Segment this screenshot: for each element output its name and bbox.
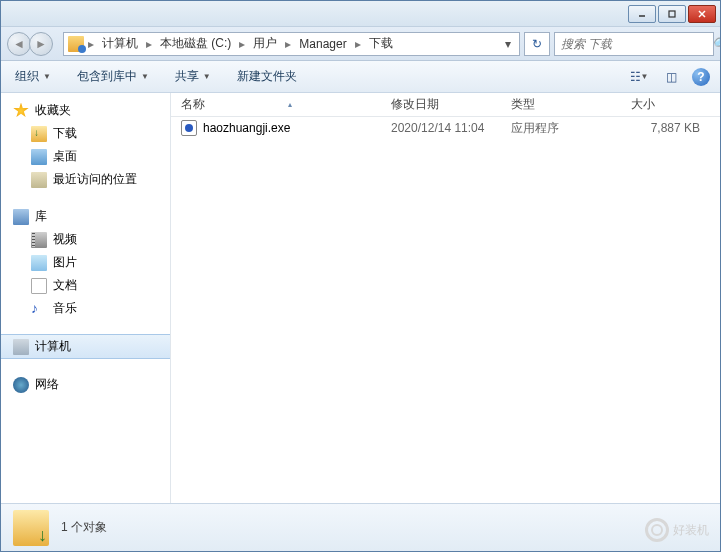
- desktop-icon: [31, 149, 47, 165]
- organize-label: 组织: [15, 68, 39, 85]
- column-type[interactable]: 类型: [501, 96, 621, 113]
- share-label: 共享: [175, 68, 199, 85]
- network-icon: [13, 377, 29, 393]
- document-icon: [31, 278, 47, 294]
- sidebar-item-music[interactable]: ♪音乐: [1, 297, 170, 320]
- address-dropdown[interactable]: ▾: [501, 37, 515, 51]
- libraries-header[interactable]: 库: [1, 205, 170, 228]
- maximize-button[interactable]: [658, 5, 686, 23]
- include-library-menu[interactable]: 包含到库中▼: [73, 65, 153, 88]
- column-label: 类型: [511, 96, 535, 113]
- sidebar-item-pictures[interactable]: 图片: [1, 251, 170, 274]
- column-label: 名称: [181, 96, 205, 113]
- breadcrumb-item[interactable]: Manager: [295, 35, 350, 53]
- chevron-down-icon: ▼: [203, 72, 211, 81]
- organize-menu[interactable]: 组织▼: [11, 65, 55, 88]
- file-row[interactable]: haozhuangji.exe 2020/12/14 11:04 应用程序 7,…: [171, 117, 720, 139]
- exe-icon: [181, 120, 197, 136]
- back-button[interactable]: ◄: [7, 32, 31, 56]
- sidebar-item-documents[interactable]: 文档: [1, 274, 170, 297]
- favorites-label: 收藏夹: [35, 102, 71, 119]
- file-name: haozhuangji.exe: [203, 121, 290, 135]
- file-type: 应用程序: [501, 120, 621, 137]
- breadcrumb: 计算机▸ 本地磁盘 (C:)▸ 用户▸ Manager▸ 下载: [98, 33, 397, 54]
- forward-button[interactable]: ►: [29, 32, 53, 56]
- star-icon: [13, 103, 29, 119]
- arrow-right-icon: ►: [35, 37, 47, 51]
- address-bar[interactable]: ▸ 计算机▸ 本地磁盘 (C:)▸ 用户▸ Manager▸ 下载 ▾: [63, 32, 520, 56]
- sidebar-item-videos[interactable]: 视频: [1, 228, 170, 251]
- toolbar: 组织▼ 包含到库中▼ 共享▼ 新建文件夹 ☷▼ ◫ ?: [1, 61, 720, 93]
- sidebar-item-label: 最近访问的位置: [53, 171, 137, 188]
- breadcrumb-item[interactable]: 下载: [365, 33, 397, 54]
- sidebar-item-downloads[interactable]: 下载: [1, 122, 170, 145]
- sidebar-item-label: 下载: [53, 125, 77, 142]
- sidebar-item-network[interactable]: 网络: [1, 373, 170, 396]
- chevron-right-icon: ▸: [86, 37, 96, 51]
- file-list: haozhuangji.exe 2020/12/14 11:04 应用程序 7,…: [171, 117, 720, 503]
- new-folder-button[interactable]: 新建文件夹: [233, 65, 301, 88]
- arrow-left-icon: ◄: [13, 37, 25, 51]
- chevron-right-icon: ▸: [237, 37, 247, 51]
- sidebar-item-label: 音乐: [53, 300, 77, 317]
- search-box[interactable]: 🔍: [554, 32, 714, 56]
- breadcrumb-item[interactable]: 计算机: [98, 33, 142, 54]
- svg-rect-1: [669, 11, 675, 17]
- download-folder-icon: [13, 510, 49, 546]
- column-name[interactable]: 名称▴: [171, 96, 381, 113]
- column-label: 大小: [631, 96, 655, 113]
- chevron-right-icon: ▸: [283, 37, 293, 51]
- view-options-button[interactable]: ☷▼: [628, 67, 650, 87]
- chevron-right-icon: ▸: [144, 37, 154, 51]
- help-button[interactable]: ?: [692, 68, 710, 86]
- library-icon: [13, 209, 29, 225]
- recent-icon: [31, 172, 47, 188]
- computer-group: 计算机: [1, 334, 170, 359]
- include-label: 包含到库中: [77, 68, 137, 85]
- search-input[interactable]: [561, 37, 712, 51]
- sidebar-item-label: 计算机: [35, 338, 71, 355]
- breadcrumb-item[interactable]: 本地磁盘 (C:): [156, 33, 235, 54]
- download-folder-icon: [31, 126, 47, 142]
- favorites-header[interactable]: 收藏夹: [1, 99, 170, 122]
- statusbar: 1 个对象: [1, 503, 720, 551]
- music-icon: ♪: [31, 301, 47, 317]
- content-area: 名称▴ 修改日期 类型 大小 haozhuangji.exe 2020/12/1…: [171, 93, 720, 503]
- sort-arrow-icon: ▴: [288, 100, 292, 109]
- libraries-label: 库: [35, 208, 47, 225]
- column-label: 修改日期: [391, 96, 439, 113]
- column-date[interactable]: 修改日期: [381, 96, 501, 113]
- help-icon: ?: [697, 70, 704, 84]
- preview-pane-button[interactable]: ◫: [660, 67, 682, 87]
- minimize-button[interactable]: [628, 5, 656, 23]
- sidebar-item-label: 图片: [53, 254, 77, 271]
- search-icon[interactable]: 🔍: [712, 37, 721, 51]
- chevron-down-icon: ▼: [43, 72, 51, 81]
- sidebar-item-desktop[interactable]: 桌面: [1, 145, 170, 168]
- sidebar-item-label: 网络: [35, 376, 59, 393]
- sidebar-item-label: 视频: [53, 231, 77, 248]
- file-date: 2020/12/14 11:04: [381, 121, 501, 135]
- navbar: ◄ ► ▸ 计算机▸ 本地磁盘 (C:)▸ 用户▸ Manager▸ 下载 ▾ …: [1, 27, 720, 61]
- libraries-group: 库 视频 图片 文档 ♪音乐: [1, 205, 170, 320]
- column-size[interactable]: 大小: [621, 96, 720, 113]
- sidebar: 收藏夹 下载 桌面 最近访问的位置 库 视频 图片 文档 ♪音乐 计算机 网络: [1, 93, 171, 503]
- preview-icon: ◫: [666, 70, 677, 84]
- picture-icon: [31, 255, 47, 271]
- video-icon: [31, 232, 47, 248]
- close-button[interactable]: [688, 5, 716, 23]
- computer-icon: [13, 339, 29, 355]
- share-menu[interactable]: 共享▼: [171, 65, 215, 88]
- titlebar: [1, 1, 720, 27]
- sidebar-item-recent[interactable]: 最近访问的位置: [1, 168, 170, 191]
- refresh-button[interactable]: ↻: [524, 32, 550, 56]
- favorites-group: 收藏夹 下载 桌面 最近访问的位置: [1, 99, 170, 191]
- breadcrumb-item[interactable]: 用户: [249, 33, 281, 54]
- file-size: 7,887 KB: [621, 121, 720, 135]
- newfolder-label: 新建文件夹: [237, 68, 297, 85]
- refresh-icon: ↻: [532, 37, 542, 51]
- chevron-right-icon: ▸: [353, 37, 363, 51]
- sidebar-item-label: 文档: [53, 277, 77, 294]
- sidebar-item-computer[interactable]: 计算机: [1, 334, 170, 359]
- chevron-down-icon: ▼: [641, 72, 649, 81]
